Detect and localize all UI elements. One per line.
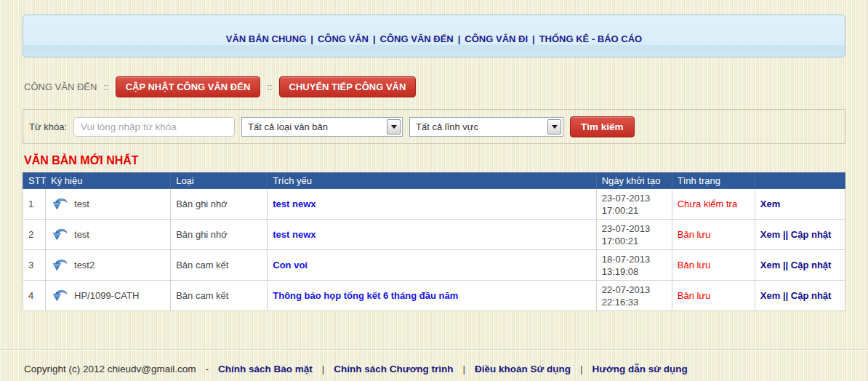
cell-ky-hieu: HP/1099-CATH: [46, 281, 171, 311]
header-loai: Loại: [171, 173, 268, 189]
document-title-link[interactable]: test newx: [273, 198, 316, 209]
footer-link-separator: |: [571, 364, 592, 374]
footer-link-separator: |: [453, 364, 475, 374]
toolbar: CÔNG VĂN ĐẾN :: CẬP NHẬT CÔNG VĂN ĐẾN ::…: [24, 76, 845, 97]
action-link[interactable]: Xem: [760, 198, 780, 209]
forward-document-button[interactable]: CHUYỂN TIẾP CÔNG VĂN: [279, 76, 417, 97]
page: VĂN BẢN CHUNG|CÔNG VĂN|CÔNG VĂN ĐẾN|CÔNG…: [0, 0, 868, 381]
cell-tinh-trang: Bản lưu: [672, 220, 755, 250]
cell-loai: Bản ghi nhớ: [171, 189, 268, 220]
header-ky-hieu: Ký hiệu: [46, 173, 171, 189]
cell-stt: 1: [23, 189, 46, 220]
footer-link-separator: |: [313, 364, 334, 374]
footer-link[interactable]: Hướng dẫn sử dụng: [592, 364, 688, 374]
keyword-label: Từ khóa:: [29, 121, 67, 132]
table-header-row: STT Ký hiệu Loại Trích yếu Ngày khởi tạo…: [23, 173, 845, 189]
document-type-select[interactable]: Tất cả loại văn bản: [241, 117, 403, 137]
date-line: 18-07-2013: [602, 253, 667, 265]
cell-actions: Xem: [755, 189, 845, 220]
nav-item[interactable]: CÔNG VĂN ĐI: [465, 33, 528, 44]
footer-dash: -: [196, 364, 219, 374]
action-link[interactable]: Xem: [760, 290, 780, 301]
breadcrumb-separator: ::: [103, 81, 108, 92]
cell-actions: Xem || Cập nhật: [755, 250, 845, 281]
header-actions: [755, 173, 845, 189]
table-row: 4 HP/1099-CATHBản cam kếtThông báo họp t…: [23, 281, 845, 311]
cell-actions: Xem || Cập nhật: [755, 281, 845, 311]
nav-item[interactable]: THỐNG KÊ - BÁO CÁO: [539, 33, 643, 44]
field-select[interactable]: Tất cả lĩnh vực: [409, 117, 563, 137]
document-type-select-value: Tất cả loại văn bản: [248, 121, 328, 132]
nav-item[interactable]: VĂN BẢN CHUNG: [226, 33, 307, 44]
table-row: 1 testBản ghi nhớtest newx23-07-201317:0…: [23, 189, 845, 220]
document-arrow-icon: [51, 286, 69, 305]
nav-separator: |: [306, 33, 318, 44]
footer: Copyright (c) 2012 chieudv@gmail.com - C…: [0, 349, 868, 374]
nav-item[interactable]: CÔNG VĂN ĐẾN: [380, 33, 454, 44]
action-link[interactable]: Cập nhật: [791, 229, 832, 240]
nav-separator: |: [528, 33, 539, 44]
cell-trich-yeu: test newx: [268, 189, 596, 220]
main-nav: VĂN BẢN CHUNG|CÔNG VĂN|CÔNG VĂN ĐẾN|CÔNG…: [23, 15, 845, 57]
update-incoming-document-button[interactable]: CẬP NHẬT CÔNG VĂN ĐẾN: [116, 76, 261, 97]
nav-links: VĂN BẢN CHUNG|CÔNG VĂN|CÔNG VĂN ĐẾN|CÔNG…: [226, 32, 642, 45]
header-tinh-trang: Tình trạng: [672, 173, 755, 189]
document-arrow-icon: [51, 256, 69, 274]
table-row: 3 test2Bản cam kếtCon voi18-07-201313:19…: [23, 250, 845, 281]
date-line: 17:00:21: [602, 204, 667, 217]
date-line: 23-07-2013: [602, 192, 667, 204]
document-arrow-icon: [51, 225, 69, 244]
status-badge: Bản lưu: [678, 229, 711, 240]
cell-loai: Bản cam kết: [171, 250, 268, 281]
cell-stt: 4: [23, 281, 46, 311]
ky-hieu-label: test: [74, 229, 89, 240]
document-title-link[interactable]: Con voi: [273, 260, 308, 270]
status-badge: Chưa kiểm tra: [678, 198, 737, 209]
action-link[interactable]: Cập nhật: [791, 290, 832, 301]
action-separator: ||: [780, 260, 791, 270]
cell-trich-yeu: Thông báo họp tổng kết 6 tháng đầu năm: [268, 281, 596, 311]
cell-ngay-khoi-tao: 23-07-201317:00:21: [596, 189, 672, 220]
cell-ky-hieu: test2: [46, 250, 171, 281]
status-badge: Bản lưu: [678, 260, 711, 270]
date-line: 13:19:08: [602, 265, 667, 278]
action-link[interactable]: Xem: [760, 229, 780, 240]
document-title-link[interactable]: Thông báo họp tổng kết 6 tháng đầu năm: [273, 290, 458, 301]
nav-separator: |: [454, 33, 465, 44]
toolbar-separator: ::: [267, 81, 272, 92]
footer-link[interactable]: Chính sách Chương trình: [334, 364, 453, 374]
section-title: VĂN BẢN MỚI NHẤT: [24, 154, 868, 167]
date-line: 23-07-2013: [602, 222, 667, 235]
date-line: 22-07-2013: [602, 284, 667, 296]
footer-link[interactable]: Điều khoản Sử dụng: [475, 364, 571, 374]
action-link[interactable]: Xem: [760, 260, 780, 270]
document-title-link[interactable]: test newx: [273, 229, 316, 240]
breadcrumb: CÔNG VĂN ĐẾN: [24, 81, 97, 92]
cell-stt: 3: [23, 250, 46, 281]
cell-actions: Xem || Cập nhật: [755, 220, 845, 250]
chevron-down-icon: [547, 119, 561, 135]
cell-loai: Bản ghi nhớ: [171, 220, 268, 250]
cell-ngay-khoi-tao: 18-07-201313:19:08: [596, 250, 672, 281]
cell-ky-hieu: test: [46, 189, 171, 220]
cell-ngay-khoi-tao: 22-07-201322:16:33: [596, 281, 672, 311]
ky-hieu-label: test: [74, 198, 89, 209]
status-badge: Bản lưu: [678, 290, 711, 301]
nav-item[interactable]: CÔNG VĂN: [318, 33, 369, 44]
action-link[interactable]: Cập nhật: [791, 260, 832, 270]
document-arrow-icon: [51, 195, 69, 213]
keyword-input[interactable]: [73, 117, 235, 137]
chevron-down-icon: [387, 119, 401, 135]
documents-table: STT Ký hiệu Loại Trích yếu Ngày khởi tạo…: [23, 172, 845, 311]
cell-tinh-trang: Bản lưu: [672, 281, 755, 311]
table-row: 2 testBản ghi nhớtest newx23-07-201317:0…: [23, 220, 845, 250]
search-button[interactable]: Tìm kiếm: [570, 116, 635, 137]
action-separator: ||: [780, 229, 791, 240]
ky-hieu-label: test2: [74, 260, 95, 270]
footer-link[interactable]: Chính sách Bảo mật: [218, 364, 313, 374]
cell-trich-yeu: Con voi: [268, 250, 596, 281]
cell-ngay-khoi-tao: 23-07-201317:00:21: [596, 220, 672, 250]
nav-separator: |: [369, 33, 380, 44]
header-stt: STT: [23, 173, 46, 189]
footer-links: Chính sách Bảo mật|Chính sách Chương trì…: [218, 364, 688, 374]
